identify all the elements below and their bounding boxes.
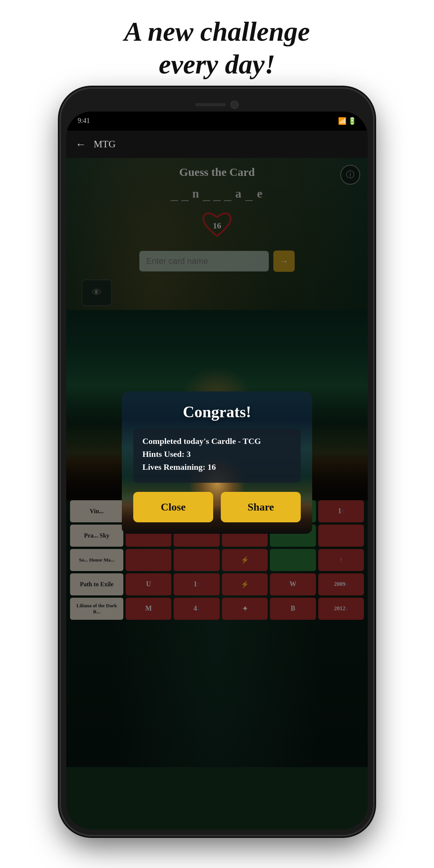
speaker [195,103,226,106]
modal-stats: Completed today's Cardle - TCG Hints Use… [133,429,301,483]
camera [230,101,239,109]
app-title-label: MTG [94,139,116,150]
tagline-line1: A new challenge [124,16,310,47]
modal-title: Congrats! [133,403,301,421]
phone-notch [183,99,251,110]
modal-buttons: Close Share [133,492,301,522]
app-header: ← MTG [66,131,368,158]
status-icons: 📶 🔋 [338,117,357,125]
phone-device: 9:41 📶 🔋 ← MTG ⓘ Guess the Card [61,89,373,835]
congrats-modal: Congrats! Completed today's Cardle - TCG… [122,391,312,534]
status-time: 9:41 [78,117,90,125]
modal-overlay: Congrats! Completed today's Cardle - TCG… [66,158,368,767]
back-button[interactable]: ← [75,138,86,150]
close-button[interactable]: Close [133,492,213,522]
modal-stat-2: Hints Used: 3 [142,449,292,459]
phone-screen: 9:41 📶 🔋 ← MTG ⓘ Guess the Card [66,112,368,830]
modal-content: Congrats! Completed today's Cardle - TCG… [133,403,301,522]
share-button[interactable]: Share [221,492,301,522]
game-area: ⓘ Guess the Card n a e [66,158,368,767]
tagline-line2: every day! [159,49,275,80]
modal-stat-1: Completed today's Cardle - TCG [142,436,292,446]
phone-shell: 9:41 📶 🔋 ← MTG ⓘ Guess the Card [61,89,373,835]
tagline: A new challenge every day! [0,0,434,89]
modal-stat-3: Lives Remaining: 16 [142,462,292,472]
status-bar: 9:41 📶 🔋 [66,112,368,131]
